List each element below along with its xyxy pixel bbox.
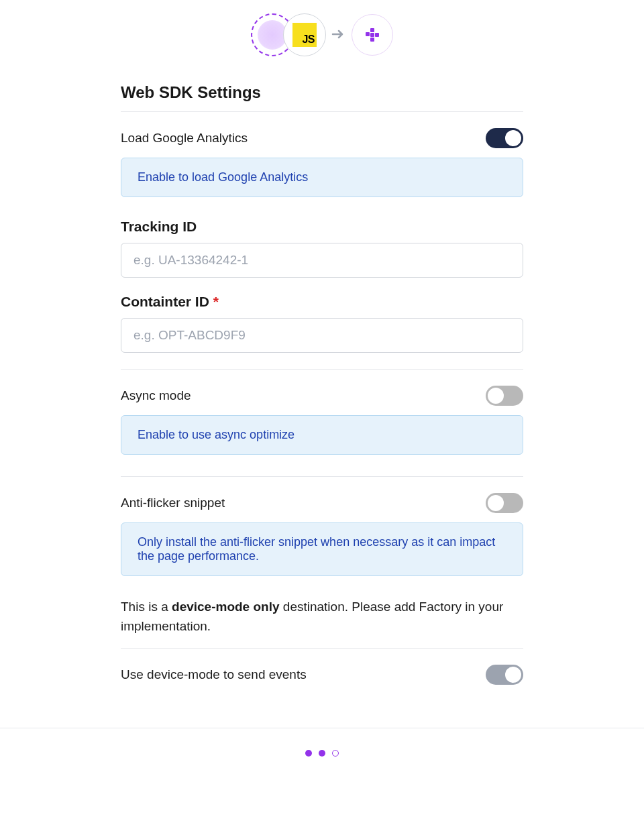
load-ga-toggle[interactable] (486, 128, 523, 148)
container-id-label-text: Containter ID (121, 294, 213, 309)
destination-icon (352, 14, 393, 56)
svg-rect-2 (370, 33, 374, 37)
container-id-input[interactable] (121, 318, 523, 353)
toggle-knob-icon (505, 667, 521, 683)
anti-flicker-toggle[interactable] (486, 493, 523, 513)
load-ga-row: Load Google Analytics (121, 128, 523, 148)
anti-flicker-label: Anti-flicker snippet (121, 496, 225, 510)
settings-form: JS Web SDK Settings Load Google Analytic… (121, 0, 523, 728)
async-mode-toggle[interactable] (486, 386, 523, 406)
source-icons: JS (251, 13, 325, 56)
js-badge: JS (292, 23, 317, 47)
note-prefix: This is a (121, 600, 172, 614)
toggle-knob-icon (488, 388, 504, 404)
container-id-label: Containter ID * (121, 294, 523, 310)
source-destination-diagram: JS (121, 13, 523, 56)
svg-rect-4 (370, 38, 374, 42)
anti-flicker-info: Only install the anti-flicker snippet wh… (121, 522, 523, 576)
page-dot-3[interactable] (332, 750, 339, 757)
use-device-mode-toggle[interactable] (486, 665, 523, 685)
tracking-id-label: Tracking ID (121, 219, 523, 235)
divider (121, 369, 523, 370)
tracking-id-input[interactable] (121, 243, 523, 278)
use-device-mode-row: Use device-mode to send events (121, 665, 523, 685)
note-bold: device-mode only (172, 600, 280, 614)
toggle-knob-icon (488, 495, 504, 511)
js-sdk-icon: JS (283, 13, 326, 56)
svg-rect-1 (370, 28, 374, 32)
device-mode-note: This is a device-mode only destination. … (121, 598, 523, 649)
section-title: Web SDK Settings (121, 83, 523, 112)
required-mark: * (213, 294, 219, 309)
async-mode-row: Async mode (121, 386, 523, 406)
svg-rect-0 (366, 32, 370, 36)
async-mode-label: Async mode (121, 388, 191, 403)
async-mode-info: Enable to use async optimize (121, 415, 523, 455)
load-ga-label: Load Google Analytics (121, 131, 248, 146)
page-dot-1[interactable] (305, 750, 312, 757)
page-dot-2[interactable] (319, 750, 325, 757)
load-ga-info: Enable to load Google Analytics (121, 158, 523, 197)
toggle-knob-icon (505, 130, 521, 146)
pagination-dots (0, 728, 644, 778)
arrow-right-icon (331, 26, 345, 44)
use-device-mode-label: Use device-mode to send events (121, 667, 307, 682)
svg-rect-3 (375, 33, 379, 37)
divider (121, 476, 523, 477)
anti-flicker-row: Anti-flicker snippet (121, 493, 523, 513)
